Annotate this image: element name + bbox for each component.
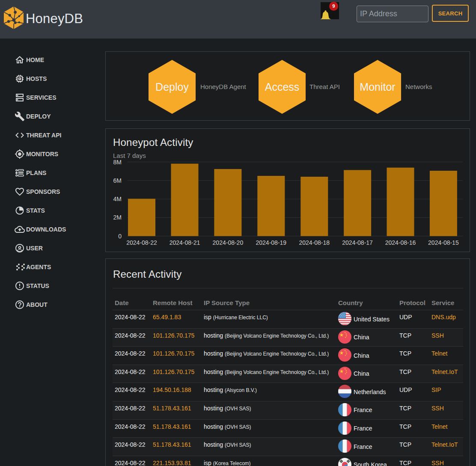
svg-text:4M: 4M: [113, 196, 122, 202]
svg-text:8M: 8M: [113, 159, 122, 166]
svg-text:2024-08-22: 2024-08-22: [126, 239, 157, 246]
svg-text:2024-08-21: 2024-08-21: [170, 239, 200, 246]
svg-text:2024-08-18: 2024-08-18: [299, 239, 330, 246]
svg-text:6M: 6M: [113, 177, 122, 184]
svg-text:2024-08-17: 2024-08-17: [342, 239, 373, 246]
svg-text:2024-08-15: 2024-08-15: [428, 239, 459, 246]
svg-text:0: 0: [118, 233, 122, 240]
svg-text:2M: 2M: [113, 214, 122, 221]
svg-text:2024-08-16: 2024-08-16: [385, 239, 416, 246]
svg-text:2024-08-19: 2024-08-19: [256, 239, 286, 246]
svg-text:2024-08-20: 2024-08-20: [213, 239, 244, 246]
